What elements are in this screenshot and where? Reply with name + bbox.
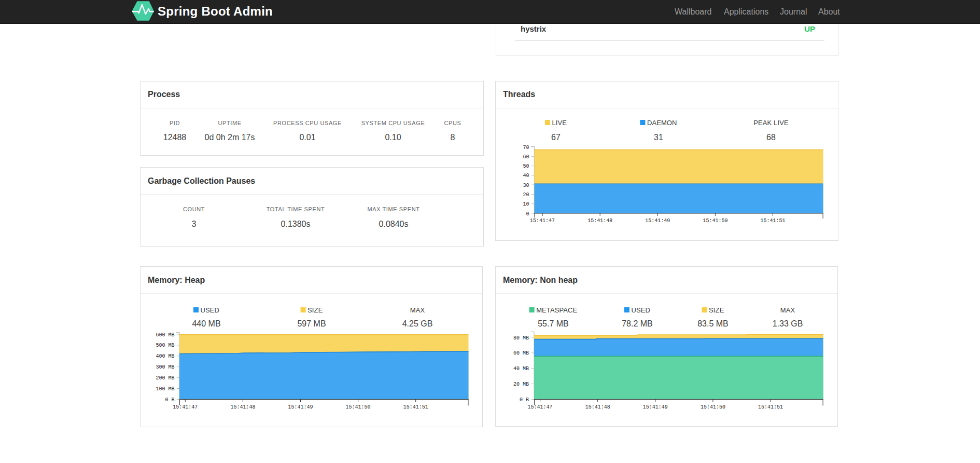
svg-text:15:41:50: 15:41:50 — [346, 404, 371, 410]
svg-text:15:41:49: 15:41:49 — [643, 404, 668, 410]
svg-text:40: 40 — [523, 173, 529, 179]
svg-text:500 MB: 500 MB — [156, 343, 174, 348]
svg-text:400 MB: 400 MB — [156, 353, 174, 359]
svg-text:20 MB: 20 MB — [513, 382, 529, 387]
svg-text:200 MB: 200 MB — [156, 375, 174, 381]
svg-text:15:41:47: 15:41:47 — [173, 404, 198, 410]
svg-text:300 MB: 300 MB — [156, 364, 174, 370]
svg-text:15:41:48: 15:41:48 — [230, 404, 255, 410]
svg-text:70: 70 — [523, 145, 529, 151]
svg-text:15:41:47: 15:41:47 — [528, 404, 553, 410]
svg-text:15:41:48: 15:41:48 — [587, 218, 612, 224]
svg-text:0 B: 0 B — [165, 397, 174, 403]
svg-text:60 MB: 60 MB — [513, 350, 529, 356]
svg-text:30: 30 — [523, 183, 529, 188]
svg-text:15:41:51: 15:41:51 — [760, 218, 785, 224]
svg-text:15:41:50: 15:41:50 — [701, 404, 725, 410]
svg-text:100 MB: 100 MB — [156, 386, 174, 392]
svg-text:15:41:50: 15:41:50 — [703, 218, 727, 224]
svg-text:15:41:51: 15:41:51 — [403, 404, 428, 410]
svg-text:0: 0 — [526, 211, 529, 217]
svg-text:15:41:48: 15:41:48 — [585, 404, 610, 410]
svg-text:60: 60 — [523, 154, 529, 160]
svg-text:15:41:47: 15:41:47 — [530, 218, 555, 224]
svg-text:20: 20 — [523, 192, 529, 198]
svg-text:15:41:51: 15:41:51 — [758, 404, 783, 410]
svg-text:15:41:49: 15:41:49 — [288, 404, 313, 410]
svg-text:80 MB: 80 MB — [513, 335, 529, 341]
svg-text:50: 50 — [523, 164, 529, 169]
svg-text:0 B: 0 B — [520, 397, 529, 403]
svg-text:600 MB: 600 MB — [156, 332, 174, 338]
svg-text:10: 10 — [523, 201, 529, 207]
svg-text:40 MB: 40 MB — [513, 366, 529, 372]
svg-text:15:41:49: 15:41:49 — [645, 218, 670, 224]
